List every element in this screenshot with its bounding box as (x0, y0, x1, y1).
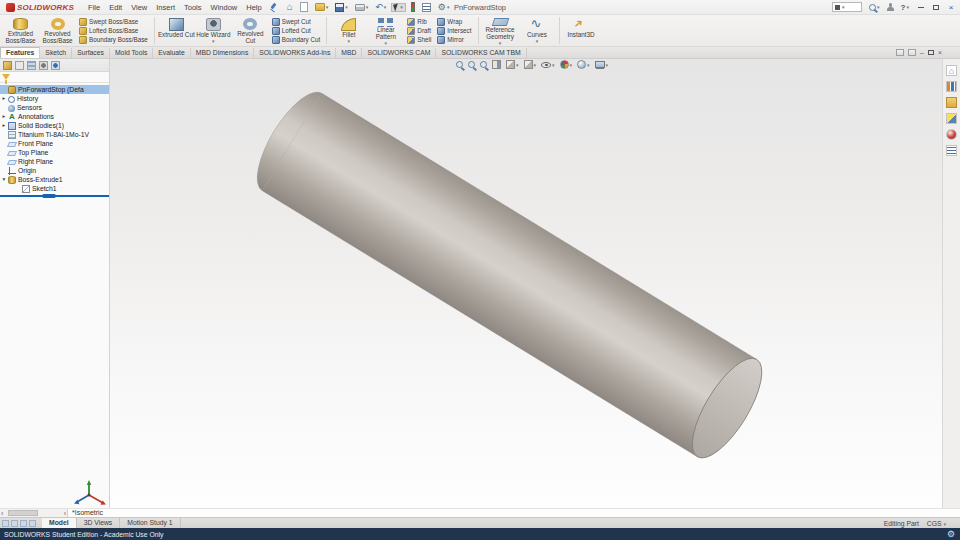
tree-item-origin[interactable]: Origin (0, 166, 109, 175)
appearances-scenes-icon[interactable] (946, 129, 957, 140)
menu-insert[interactable]: Insert (152, 2, 179, 13)
configuration-manager-tab-icon[interactable] (27, 61, 36, 70)
property-manager-tab-icon[interactable] (15, 61, 24, 70)
view-orientation-button[interactable]: ▾ (505, 59, 520, 70)
pane-right-icon[interactable] (908, 49, 916, 56)
tree-item-front-plane[interactable]: Front Plane (0, 139, 109, 148)
menu-edit[interactable]: Edit (105, 2, 126, 13)
options-button[interactable]: ⚙▾ (436, 2, 452, 13)
search-button[interactable]: ▾ (867, 3, 882, 12)
view-settings-button[interactable]: ▾ (594, 60, 610, 69)
tab-model[interactable]: Model (42, 518, 77, 528)
tab-solidworks-cam[interactable]: SOLIDWORKS CAM (362, 48, 436, 58)
tree-item-top-plane[interactable]: Top Plane (0, 148, 109, 157)
select-tool-button[interactable]: ▾ (391, 3, 406, 12)
filter-funnel-icon[interactable] (2, 74, 10, 80)
print-button[interactable]: ▾ (353, 3, 371, 12)
apply-scene-button[interactable]: ▾ (576, 59, 591, 70)
view-palette-icon[interactable] (946, 113, 957, 124)
tab-evaluate[interactable]: Evaluate (153, 48, 190, 58)
menu-help[interactable]: Help (242, 2, 265, 13)
display-style-button[interactable]: ▾ (523, 59, 538, 70)
expand-arrow[interactable]: ▸ (0, 112, 8, 121)
tree-item-history[interactable]: ▸History (0, 94, 109, 103)
close-button[interactable]: × (946, 3, 956, 12)
reference-geometry-button[interactable]: Reference Geometry▾ (482, 16, 519, 45)
edit-appearance-button[interactable]: ▾ (559, 59, 574, 70)
menu-window[interactable]: Window (207, 2, 242, 13)
tab-mbd[interactable]: MBD (336, 48, 362, 58)
dimxpert-manager-tab-icon[interactable] (39, 61, 48, 70)
boundary-cut-button[interactable]: Boundary Cut (271, 36, 322, 44)
tab-scroll-button[interactable] (29, 520, 36, 527)
shell-button[interactable]: Shell (406, 36, 432, 44)
login-user-icon[interactable] (887, 7, 894, 11)
swept-boss-button[interactable]: Swept Boss/Base (78, 18, 149, 26)
save-button[interactable]: ▾ (333, 2, 350, 13)
menu-file[interactable]: File (84, 2, 104, 13)
tab-scroll-button[interactable] (11, 520, 18, 527)
minimize-button[interactable] (916, 3, 926, 12)
zoom-to-area-button[interactable] (467, 60, 476, 69)
home-button[interactable]: ⌂ (285, 1, 295, 13)
tab-sketch[interactable]: Sketch (40, 48, 72, 58)
menu-view[interactable]: View (127, 2, 151, 13)
tree-item-boss-extrude[interactable]: ▾Boss-Extrude1 (0, 175, 109, 184)
wrap-button[interactable]: Wrap (436, 18, 472, 26)
tab-mold-tools[interactable]: Mold Tools (110, 48, 153, 58)
fillet-button[interactable]: Fillet▾ (330, 16, 367, 45)
curves-button[interactable]: Curves▾ (519, 16, 556, 45)
dropdown-caret[interactable]: ▾ (348, 39, 351, 43)
tree-item-sketch[interactable]: Sketch1 (0, 184, 109, 193)
rebuild-button[interactable] (409, 1, 417, 13)
help-button[interactable]: ?▾ (899, 2, 911, 13)
linear-pattern-button[interactable]: Linear Pattern▾ (367, 16, 404, 45)
status-gear-icon[interactable]: ⚙ (947, 529, 960, 539)
tab-solidworks-cam-tbm[interactable]: SOLIDWORKS CAM TBM (436, 48, 526, 58)
scrollbar-thumb[interactable] (8, 510, 38, 516)
tree-item-material[interactable]: Titanium Ti-8Al-1Mo-1V (0, 130, 109, 139)
dropdown-caret[interactable]: ▾ (385, 41, 388, 45)
expand-arrow[interactable]: ▸ (0, 94, 8, 103)
tree-item-annotations[interactable]: ▸Annotations (0, 112, 109, 121)
tab-scroll-button[interactable] (20, 520, 27, 527)
previous-view-button[interactable] (479, 60, 488, 69)
rollback-bar[interactable] (0, 195, 109, 197)
cylinder-model[interactable] (0, 59, 942, 508)
lofted-cut-button[interactable]: Lofted Cut (271, 27, 322, 35)
intersect-button[interactable]: Intersect (436, 27, 472, 35)
tab-motion-study[interactable]: Motion Study 1 (120, 518, 180, 528)
menu-tools[interactable]: Tools (180, 2, 206, 13)
restore-button[interactable] (931, 3, 941, 12)
hole-wizard-button[interactable]: Hole Wizard▾ (195, 16, 232, 45)
units-selector[interactable]: CGS ▾ (927, 520, 946, 527)
custom-properties-icon[interactable] (946, 145, 957, 156)
tab-3d-views[interactable]: 3D Views (77, 518, 121, 528)
rib-button[interactable]: Rib (406, 18, 432, 26)
undo-button[interactable]: ↶▾ (373, 2, 388, 13)
revolved-cut-button[interactable]: Revolved Cut (232, 16, 269, 45)
tab-solidworks-addins[interactable]: SOLIDWORKS Add-Ins (254, 48, 336, 58)
boundary-boss-button[interactable]: Boundary Boss/Base (78, 36, 149, 44)
tree-item-part-root[interactable]: PnForwardStop (Defa (0, 85, 109, 94)
doc-close-button[interactable]: × (938, 49, 942, 56)
search-input[interactable]: ▾ (832, 2, 862, 12)
open-button[interactable]: ▾ (313, 2, 331, 12)
expand-arrow[interactable]: ▸ (0, 121, 8, 130)
doc-restore-button[interactable] (928, 50, 934, 55)
extruded-cut-button[interactable]: Extruded Cut (158, 16, 195, 45)
dropdown-caret[interactable]: ▾ (499, 41, 502, 45)
file-explorer-icon[interactable] (946, 97, 957, 108)
dropdown-caret[interactable]: ▾ (212, 39, 215, 43)
solidworks-resources-icon[interactable]: ⌂ (946, 65, 957, 76)
hide-show-items-button[interactable]: ▾ (540, 61, 556, 69)
instant3d-button[interactable]: Instant3D (563, 16, 600, 45)
lofted-boss-button[interactable]: Lofted Boss/Base (78, 27, 149, 35)
tree-item-sensors[interactable]: Sensors (0, 103, 109, 112)
revolved-boss-button[interactable]: Revolved Boss/Base (39, 16, 76, 45)
extruded-boss-button[interactable]: Extruded Boss/Base (2, 16, 39, 45)
tab-mbd-dimensions[interactable]: MBD Dimensions (191, 48, 255, 58)
swept-cut-button[interactable]: Swept Cut (271, 18, 322, 26)
display-manager-tab-icon[interactable] (51, 61, 60, 70)
draft-button[interactable]: Draft (406, 27, 432, 35)
